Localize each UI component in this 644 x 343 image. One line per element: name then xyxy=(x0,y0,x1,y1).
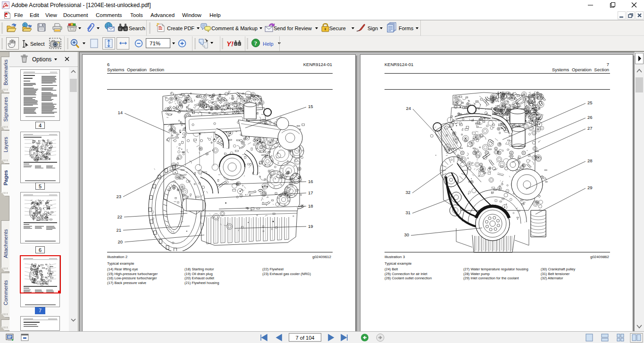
svg-text:23: 23 xyxy=(116,194,121,199)
svg-text:27: 27 xyxy=(587,125,593,131)
svg-text:21: 21 xyxy=(116,227,121,233)
svg-text:29: 29 xyxy=(587,185,593,190)
svg-text:31: 31 xyxy=(405,210,410,215)
svg-text:32: 32 xyxy=(405,190,410,195)
svg-text:24: 24 xyxy=(406,106,411,111)
svg-text:25: 25 xyxy=(587,100,593,105)
svg-text:16: 16 xyxy=(308,179,313,184)
svg-text:19: 19 xyxy=(308,224,313,229)
svg-text:14: 14 xyxy=(117,110,123,115)
svg-text:22: 22 xyxy=(117,214,122,219)
svg-text:26: 26 xyxy=(587,115,593,120)
svg-text:?: ? xyxy=(254,40,258,47)
svg-text:Y!: Y! xyxy=(226,40,234,48)
svg-text:20: 20 xyxy=(117,239,123,244)
svg-text:28: 28 xyxy=(587,158,593,163)
svg-text:18: 18 xyxy=(308,203,313,209)
svg-text:15: 15 xyxy=(308,104,313,109)
svg-text:17: 17 xyxy=(308,190,313,195)
svg-text:30: 30 xyxy=(404,232,409,237)
